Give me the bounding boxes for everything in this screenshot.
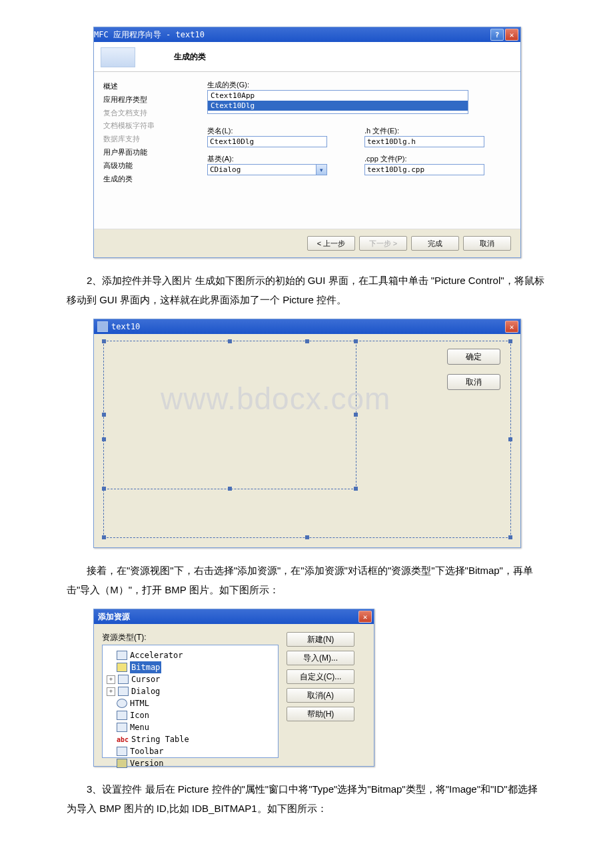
dialog-canvas[interactable]: 确定 取消 www.bdocx.com: [94, 334, 520, 547]
cancel-button[interactable]: 取消(A): [287, 688, 354, 703]
bitmap-icon: [117, 663, 127, 672]
icon-icon: [117, 711, 127, 720]
close-button[interactable]: ✕: [358, 611, 372, 623]
cpp-file-label: .cpp 文件(P):: [364, 154, 508, 164]
tree-item-icon[interactable]: Icon: [107, 709, 274, 721]
dlg2-title: text10: [111, 322, 140, 331]
expand-icon[interactable]: +: [107, 675, 115, 684]
add-resource-dialog: 添加资源 ✕ 资源类型(T): Accelerator Bitmap +Curs…: [93, 609, 374, 767]
cancel-button[interactable]: 取消: [447, 374, 500, 390]
wizard-title: MFC 应用程序向导 - text10: [94, 29, 205, 41]
dlg2-titlebar: text10 ✕: [94, 319, 520, 334]
dialog-icon: [118, 687, 129, 696]
expand-icon[interactable]: +: [107, 687, 115, 696]
base-class-select[interactable]: CDialog: [207, 164, 327, 175]
dlg3-title: 添加资源: [94, 611, 130, 623]
version-icon: [117, 759, 127, 768]
nav-db: 数据库支持: [103, 133, 203, 146]
tree-item-cursor[interactable]: +Cursor: [107, 673, 274, 685]
nav-ui[interactable]: 用户界面功能: [103, 146, 203, 159]
tree-item-version[interactable]: Version: [107, 757, 274, 769]
tree-item-toolbar[interactable]: Toolbar: [107, 745, 274, 757]
h-file-label: .h 文件(E):: [364, 126, 508, 136]
toolbar-icon: [117, 747, 127, 756]
resource-tree[interactable]: Accelerator Bitmap +Cursor +Dialog HTML …: [102, 645, 279, 758]
nav-doctpl: 文档模板字符串: [103, 119, 203, 133]
base-class-label: 基类(A):: [207, 154, 351, 164]
dlg3-titlebar: 添加资源 ✕: [94, 609, 374, 624]
wizard-nav: 概述 应用程序类型 复合文档支持 文档模板字符串 数据库支持 用户界面功能 高级…: [94, 72, 207, 229]
accel-icon: [117, 651, 127, 660]
paragraph-2: 2、添加控件并导入图片 生成如下图所示的初始的 GUI 界面，在工具箱中单击 "…: [67, 271, 546, 309]
nav-gen[interactable]: 生成的类: [103, 173, 203, 186]
banner-thumbnail: [101, 47, 135, 67]
finish-button[interactable]: 完成: [411, 236, 459, 251]
tree-item-accelerator[interactable]: Accelerator: [107, 649, 274, 661]
selection-outer: [103, 341, 511, 538]
menu-icon: [117, 723, 127, 732]
chevron-down-icon[interactable]: ▾: [316, 165, 326, 175]
paragraph-3: 接着，在"资源视图"下，右击选择"添加资源"，在"添加资源"对话框的"资源类型"…: [67, 561, 546, 599]
cancel-button[interactable]: 取消: [463, 236, 511, 251]
wizard-titlebar: MFC 应用程序向导 - text10 ? ✕: [94, 27, 520, 42]
help-button[interactable]: ?: [490, 29, 504, 41]
list-item[interactable]: Ctext10App: [208, 91, 468, 101]
selection-inner: [104, 341, 356, 489]
tree-item-dialog[interactable]: +Dialog: [107, 685, 274, 697]
mfc-wizard-window: MFC 应用程序向导 - text10 ? ✕ 生成的类 概述 应用程序类型 复…: [93, 27, 521, 258]
banner-title: 生成的类: [174, 51, 206, 63]
new-button[interactable]: 新建(N): [287, 632, 354, 647]
nav-adv[interactable]: 高级功能: [103, 159, 203, 173]
next-button: 下一步 >: [359, 236, 407, 251]
wizard-form: 生成的类(G): Ctext10App Ctext10Dlg 类名(L): Ct…: [207, 72, 520, 229]
resource-type-label: 资源类型(T):: [102, 632, 279, 643]
generated-class-label: 生成的类(G):: [207, 80, 508, 90]
nav-compound: 复合文档支持: [103, 107, 203, 120]
h-file-input[interactable]: text10Dlg.h: [364, 136, 484, 147]
string-icon: abc: [117, 735, 129, 745]
close-button[interactable]: ✕: [505, 321, 518, 333]
cpp-file-input[interactable]: text10Dlg.cpp: [364, 164, 484, 175]
tree-item-menu[interactable]: Menu: [107, 721, 274, 733]
custom-button[interactable]: 自定义(C)...: [287, 669, 354, 684]
html-icon: [117, 699, 127, 708]
wizard-banner: 生成的类: [94, 42, 520, 72]
tree-item-html[interactable]: HTML: [107, 697, 274, 709]
class-name-label: 类名(L):: [207, 126, 351, 136]
class-name-input[interactable]: Ctext10Dlg: [207, 136, 327, 147]
text10-dialog-editor: text10 ✕ 确定 取消 www.bd: [93, 319, 521, 548]
nav-apptype[interactable]: 应用程序类型: [103, 93, 203, 107]
import-button[interactable]: 导入(M)...: [287, 651, 354, 665]
close-button[interactable]: ✕: [505, 29, 518, 41]
back-button[interactable]: < 上一步: [307, 236, 355, 251]
tree-item-string[interactable]: abcString Table: [107, 733, 274, 745]
app-icon: [97, 321, 108, 332]
ok-button[interactable]: 确定: [447, 349, 500, 365]
cursor-icon: [118, 675, 129, 684]
nav-overview[interactable]: 概述: [103, 80, 203, 93]
help-button[interactable]: 帮助(H): [287, 707, 354, 721]
list-item-selected[interactable]: Ctext10Dlg: [208, 101, 468, 111]
wizard-footer: < 上一步 下一步 > 完成 取消: [94, 229, 520, 257]
tree-item-bitmap[interactable]: Bitmap: [107, 661, 274, 673]
paragraph-4: 3、设置控件 最后在 Picture 控件的"属性"窗口中将"Type"选择为"…: [67, 780, 546, 818]
generated-class-list[interactable]: Ctext10App Ctext10Dlg: [207, 90, 468, 114]
